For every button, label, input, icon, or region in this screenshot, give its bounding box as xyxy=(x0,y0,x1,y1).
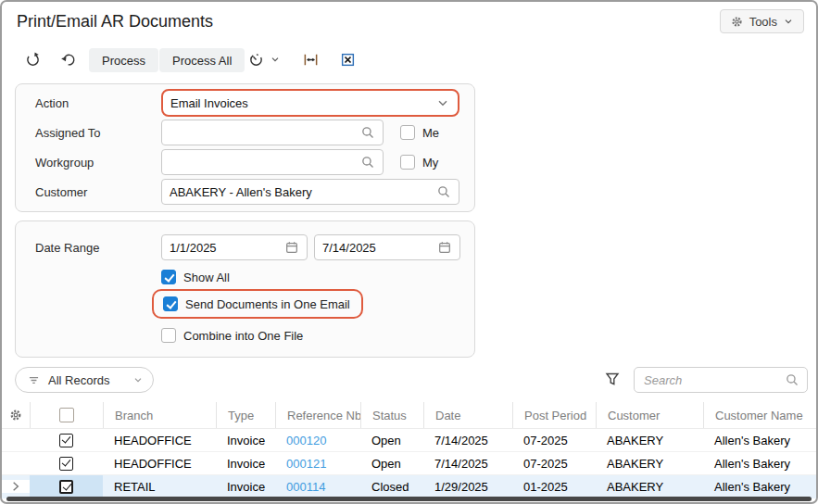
chevron-down-icon xyxy=(783,16,794,27)
reference-link[interactable]: 000121 xyxy=(286,457,326,471)
cell-post-period: 07-2025 xyxy=(512,434,596,447)
workgroup-label: Workgroup xyxy=(35,156,94,170)
show-all-checkbox[interactable] xyxy=(161,270,176,284)
me-checkbox[interactable] xyxy=(400,125,415,140)
assigned-to-label: Assigned To xyxy=(35,126,101,140)
column-header-reference[interactable]: Reference Nbr. xyxy=(275,402,360,428)
cell-date: 7/14/2025 xyxy=(423,457,512,471)
calendar-icon[interactable] xyxy=(437,240,452,255)
cell-post-period: 01-2025 xyxy=(512,480,596,494)
assigned-to-input[interactable] xyxy=(161,120,384,145)
row-checkbox[interactable] xyxy=(59,434,73,447)
search-icon[interactable] xyxy=(360,155,375,170)
process-button[interactable]: Process xyxy=(89,48,158,72)
table-row[interactable]: HEADOFFICE Invoice 000121 Open 7/14/2025… xyxy=(2,452,816,475)
grid-search-box[interactable] xyxy=(634,367,808,393)
fit-width-icon[interactable] xyxy=(301,50,320,69)
horizontal-scrollbar[interactable] xyxy=(6,497,812,501)
gear-icon xyxy=(730,15,744,29)
date-to-value: 7/14/2025 xyxy=(322,241,434,255)
column-header-customer[interactable]: Customer xyxy=(596,402,703,428)
table-row[interactable]: HEADOFFICE Invoice 000120 Open 7/14/2025… xyxy=(2,429,816,452)
grid-header-row: Branch Type Reference Nbr. Status Date P… xyxy=(2,402,816,429)
select-all-checkbox[interactable] xyxy=(59,408,74,422)
cell-post-period: 07-2025 xyxy=(512,457,596,471)
my-label: My xyxy=(422,156,438,170)
row-checkbox-cell[interactable] xyxy=(30,429,103,451)
one-email-checkbox[interactable] xyxy=(163,296,178,311)
chevron-down-icon xyxy=(435,95,450,110)
cell-type[interactable]: Invoice xyxy=(216,480,275,494)
cell-branch[interactable]: HEADOFFICE xyxy=(103,457,216,471)
one-email-label: Send Documents in One Email xyxy=(185,297,350,311)
my-option[interactable]: My xyxy=(400,155,438,170)
table-row-selected[interactable]: RETAIL Invoice 000114 Closed 1/29/2025 0… xyxy=(2,475,816,498)
cell-status: Closed xyxy=(360,480,423,494)
active-row-chevron-icon xyxy=(9,480,22,493)
schedule-icon[interactable] xyxy=(246,50,265,69)
cell-type[interactable]: Invoice xyxy=(216,457,275,471)
calendar-icon[interactable] xyxy=(284,240,299,255)
row-checkbox-cell[interactable] xyxy=(30,475,103,498)
cell-customer: ABAKERY xyxy=(596,480,703,494)
grid-search-input[interactable] xyxy=(644,373,785,387)
refresh-icon[interactable] xyxy=(23,50,42,69)
undo-icon[interactable] xyxy=(58,50,77,69)
post-period-header-label: Post Period xyxy=(524,409,586,422)
tools-button-label: Tools xyxy=(749,15,777,29)
column-header-branch[interactable]: Branch xyxy=(103,402,216,428)
one-file-checkbox[interactable] xyxy=(161,328,176,343)
process-all-button[interactable]: Process All xyxy=(159,48,245,72)
cell-status: Open xyxy=(360,457,423,471)
page-title: Print/Email AR Documents xyxy=(17,12,213,32)
gear-icon xyxy=(8,408,23,422)
row-checkbox[interactable] xyxy=(59,480,73,494)
one-email-option[interactable]: Send Documents in One Email xyxy=(152,289,363,319)
filter-funnel-icon[interactable] xyxy=(604,371,623,389)
cell-type[interactable]: Invoice xyxy=(216,434,275,447)
row-checkbox[interactable] xyxy=(59,457,73,471)
records-filter-label: All Records xyxy=(48,373,125,387)
export-excel-icon[interactable] xyxy=(338,50,357,69)
column-settings-cell[interactable] xyxy=(2,402,30,428)
cell-date: 1/29/2025 xyxy=(423,480,512,494)
one-file-option[interactable]: Combine into One File xyxy=(161,328,303,343)
row-checkbox-cell[interactable] xyxy=(30,452,103,474)
window-frame: Print/Email AR Documents Tools Process P… xyxy=(0,0,818,504)
filter-lines-icon xyxy=(27,373,41,387)
reference-link[interactable]: 000114 xyxy=(286,480,325,494)
column-header-type[interactable]: Type xyxy=(216,402,275,428)
date-from-input[interactable]: 1/1/2025 xyxy=(161,234,308,260)
select-all-cell[interactable] xyxy=(30,402,103,428)
cell-branch[interactable]: HEADOFFICE xyxy=(103,434,216,447)
action-value: Email Invoices xyxy=(170,96,432,110)
column-header-date[interactable]: Date xyxy=(423,402,512,428)
cell-customer: ABAKERY xyxy=(596,434,703,447)
column-header-post-period[interactable]: Post Period xyxy=(512,402,596,428)
customer-input[interactable]: ABAKERY - Allen's Bakery xyxy=(161,179,459,205)
reference-link[interactable]: 000120 xyxy=(286,434,326,447)
cell-customer-name: Allen's Bakery xyxy=(703,480,816,494)
records-filter-combo[interactable]: All Records xyxy=(15,367,154,393)
cell-customer-name: Allen's Bakery xyxy=(703,434,816,447)
cell-status: Open xyxy=(360,434,423,447)
action-select[interactable]: Email Invoices xyxy=(161,89,459,117)
me-option[interactable]: Me xyxy=(400,125,439,140)
me-label: Me xyxy=(422,126,439,140)
show-all-option[interactable]: Show All xyxy=(161,270,230,284)
search-icon[interactable] xyxy=(360,125,375,140)
workgroup-input[interactable] xyxy=(161,149,384,175)
row-selector-cell[interactable] xyxy=(2,480,30,493)
schedule-chevron-icon[interactable] xyxy=(269,50,282,69)
cell-branch[interactable]: RETAIL xyxy=(103,480,216,494)
column-header-customer-name[interactable]: Customer Name xyxy=(703,402,816,428)
date-to-input[interactable]: 7/14/2025 xyxy=(314,234,460,260)
tools-button[interactable]: Tools xyxy=(720,9,804,33)
my-checkbox[interactable] xyxy=(400,155,415,170)
column-header-status[interactable]: Status xyxy=(360,402,423,428)
search-icon[interactable] xyxy=(436,184,451,199)
toolbar: Process Process All xyxy=(2,46,816,74)
cell-customer: ABAKERY xyxy=(596,457,703,471)
customer-value: ABAKERY - Allen's Bakery xyxy=(170,185,433,199)
search-icon[interactable] xyxy=(785,372,799,387)
